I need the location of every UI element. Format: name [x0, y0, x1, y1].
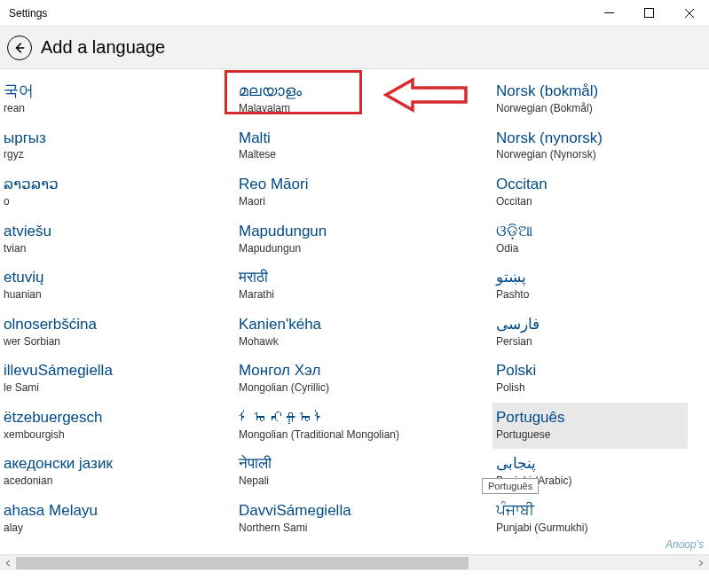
language-item[interactable]: etuviųhuanian — [0, 263, 217, 310]
language-english-name: o — [4, 195, 214, 209]
language-item[interactable]: Kanien'kéhaMohawk — [235, 310, 475, 357]
language-english-name: Portuguese — [496, 428, 684, 443]
language-english-name: rgyz — [4, 148, 214, 162]
language-item[interactable]: ahasa Melayualay — [0, 496, 217, 543]
language-english-name: Occitan — [496, 195, 684, 209]
content-area: 국어reanыргызrgyzລາວລາວoatviešutvianetuvių… — [0, 69, 709, 570]
language-native-name: Монгол Хэл — [239, 361, 471, 381]
language-english-name: Mohawk — [239, 335, 471, 349]
language-english-name: wer Sorbian — [4, 335, 214, 349]
language-native-name: ລາວລາວ — [4, 175, 214, 195]
language-column-2: മലയാളംMalayalamMaltiMalteseReo MāoriMaor… — [226, 76, 484, 542]
language-item[interactable]: Reo MāoriMaori — [235, 169, 475, 216]
language-item[interactable]: ລາວລາວo — [0, 169, 217, 216]
language-english-name: Odia — [496, 242, 684, 256]
language-item[interactable]: illevuSámegiellale Sami — [0, 356, 217, 403]
language-english-name: Marathi — [239, 288, 471, 302]
language-native-name: Polski — [496, 361, 684, 381]
language-item[interactable]: ଓଡ଼ିଆOdia — [492, 216, 688, 263]
language-native-name: پنجابی — [496, 454, 684, 474]
minimize-icon — [604, 8, 614, 18]
scroll-thumb[interactable] — [16, 557, 469, 569]
language-native-name: Occitan — [496, 175, 684, 195]
language-english-name: rean — [4, 102, 214, 116]
language-native-name: ਪੰਜਾਬੀ — [496, 501, 684, 521]
maximize-icon — [644, 8, 654, 18]
language-native-name: Português — [496, 408, 684, 428]
language-native-name: Reo Māori — [239, 175, 471, 195]
language-native-name: illevuSámegiella — [4, 361, 214, 381]
language-item[interactable]: नेपालीNepali — [235, 449, 475, 496]
language-english-name: xembourgish — [4, 428, 214, 443]
scroll-track[interactable] — [16, 555, 693, 570]
language-item[interactable]: ыргызrgyz — [0, 123, 217, 170]
language-english-name: huanian — [4, 288, 214, 302]
hover-tooltip: Português — [482, 478, 539, 494]
close-button[interactable] — [669, 0, 709, 27]
language-item[interactable]: فارسىPersian — [492, 310, 688, 357]
language-item[interactable]: پښتوPashto — [492, 263, 688, 310]
language-english-name: Northern Sami — [239, 521, 471, 536]
language-english-name: Pashto — [496, 288, 684, 302]
language-native-name: ëtzebuergesch — [4, 408, 214, 428]
language-item[interactable]: Norsk (nynorsk)Norwegian (Nynorsk) — [492, 123, 688, 170]
language-native-name: DavviSámegiella — [239, 501, 471, 521]
language-native-name: Kanien'kéha — [239, 315, 471, 335]
language-item[interactable]: മലയാളംMalayalam — [235, 76, 475, 123]
language-english-name: tvian — [4, 242, 214, 256]
language-item[interactable]: मराठीMarathi — [235, 263, 475, 310]
language-item[interactable]: акедонски јазикacedonian — [0, 449, 217, 496]
scroll-right-arrow[interactable] — [693, 555, 709, 571]
language-item[interactable]: ਪੰਜਾਬੀPunjabi (Gurmukhi) — [492, 496, 688, 543]
language-english-name: Mongolian (Traditional Mongolian) — [239, 428, 471, 443]
language-native-name: മലയാളം — [239, 82, 471, 102]
language-english-name: Polish — [496, 381, 684, 396]
horizontal-scrollbar[interactable] — [0, 554, 709, 570]
language-native-name: ଓଡ଼ିଆ — [496, 222, 684, 242]
language-item[interactable]: atviešutvian — [0, 216, 217, 263]
language-english-name: Nepali — [239, 474, 471, 489]
language-item[interactable]: olnoserbšćinawer Sorbian — [0, 310, 217, 357]
language-english-name: Norwegian (Bokmål) — [496, 102, 684, 116]
language-item[interactable]: ᠮᠣᠩᠭᠣᠯMongolian (Traditional Mongolian) — [235, 403, 475, 450]
language-english-name: Mongolian (Cyrillic) — [239, 381, 471, 396]
language-native-name: Mapudungun — [239, 222, 471, 242]
language-item[interactable]: 국어rean — [0, 76, 217, 123]
language-item[interactable]: DavviSámegiellaNorthern Sami — [235, 496, 475, 543]
minimize-button[interactable] — [589, 0, 629, 27]
language-item[interactable]: PolskiPolish — [492, 356, 688, 403]
maximize-button[interactable] — [629, 0, 669, 27]
language-column-3: Norsk (bokmål)Norwegian (Bokmål)Norsk (n… — [484, 76, 697, 542]
language-native-name: پښتو — [496, 268, 684, 288]
language-item[interactable]: OccitanOccitan — [492, 169, 688, 216]
language-column-1: 국어reanыргызrgyzລາວລາວoatviešutvianetuvių… — [0, 76, 226, 542]
language-item[interactable]: ëtzebuergeschxembourgish — [0, 403, 217, 450]
svg-rect-1 — [645, 9, 654, 18]
window-title: Settings — [0, 7, 47, 20]
language-native-name: Malti — [239, 129, 471, 149]
language-english-name: Mapudungun — [239, 242, 471, 256]
language-native-name: नेपाली — [239, 454, 471, 474]
language-native-name: فارسى — [496, 315, 684, 335]
language-native-name: ыргыз — [4, 129, 214, 149]
language-item[interactable]: Монгол ХэлMongolian (Cyrillic) — [235, 356, 475, 403]
language-native-name: olnoserbšćina — [4, 315, 214, 335]
language-english-name: Punjabi (Gurmukhi) — [496, 521, 684, 536]
language-english-name: le Sami — [4, 381, 214, 396]
close-icon — [684, 8, 695, 19]
language-native-name: 국어 — [4, 82, 214, 102]
language-native-name: ahasa Melayu — [4, 501, 214, 521]
language-item[interactable]: PortuguêsPortuguese — [492, 403, 688, 450]
language-columns: 국어reanыргызrgyzລາວລາວoatviešutvianetuvių… — [0, 69, 709, 542]
scroll-left-arrow[interactable] — [0, 555, 16, 571]
language-item[interactable]: MaltiMaltese — [235, 123, 475, 170]
language-item[interactable]: Norsk (bokmål)Norwegian (Bokmål) — [492, 76, 688, 123]
back-arrow-icon — [13, 42, 26, 54]
back-button[interactable] — [7, 35, 32, 60]
language-native-name: मराठी — [239, 268, 471, 288]
language-native-name: etuvių — [4, 268, 214, 288]
language-item[interactable]: MapudungunMapudungun — [235, 216, 475, 263]
page-title: Add a language — [41, 37, 165, 58]
language-native-name: акедонски јазик — [4, 454, 214, 474]
language-english-name: Norwegian (Nynorsk) — [496, 148, 684, 162]
